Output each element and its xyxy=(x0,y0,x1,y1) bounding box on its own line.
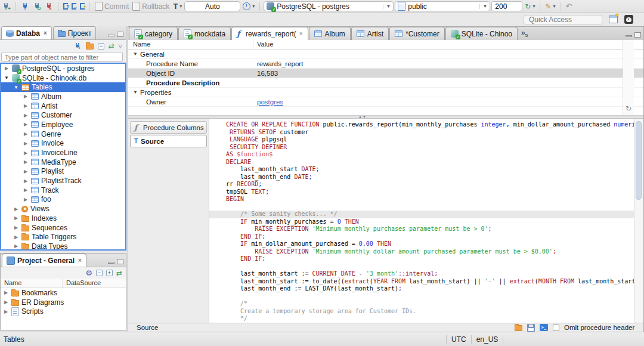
column-value[interactable]: Value xyxy=(253,40,273,49)
sql-editor-button[interactable]: T xyxy=(62,1,69,13)
save-icon[interactable] xyxy=(527,324,535,332)
tree-item-foo[interactable]: ▶foo xyxy=(1,195,125,205)
chevron-right-icon[interactable]: ▶ xyxy=(23,197,29,202)
tree-item-sqlite[interactable]: ▼✓SQLite - Chinook.db xyxy=(1,73,125,83)
close-icon[interactable]: × xyxy=(44,30,47,36)
property-row-object-id[interactable]: Object ID16,583 xyxy=(128,69,643,78)
object-filter-input[interactable] xyxy=(1,52,123,62)
minimize-button[interactable] xyxy=(108,35,114,36)
tab-category[interactable]: ✓category xyxy=(129,27,178,40)
tab-projects[interactable]: Проект xyxy=(53,26,97,39)
minimize-button[interactable] xyxy=(108,262,114,264)
commit-button[interactable]: Commit xyxy=(94,1,130,13)
chevron-right-icon[interactable]: ▶ xyxy=(23,159,29,165)
scrollbar-thumb[interactable] xyxy=(636,121,642,200)
tree-item-genre[interactable]: ▶Genre xyxy=(1,129,125,139)
new-folder-icon[interactable] xyxy=(86,44,94,50)
tree-item-postgresql[interactable]: ▶✓PostgreSQL - postgres xyxy=(1,64,125,73)
chevron-right-icon[interactable]: ▶ xyxy=(23,178,29,184)
tree-item-customer[interactable]: ▶Customer xyxy=(1,110,125,120)
tree-item-table-triggers[interactable]: ▶Table Triggers xyxy=(1,232,125,242)
tree-item-track[interactable]: ▶Track xyxy=(1,186,125,195)
chevron-right-icon[interactable]: ▶ xyxy=(23,187,29,193)
open-file-icon[interactable] xyxy=(515,325,522,331)
tree-item-bookmarks[interactable]: ▶Bookmarks xyxy=(1,288,126,298)
column-datasource[interactable]: DataSource xyxy=(63,279,101,288)
tree-item-employee[interactable]: ▶Employee xyxy=(1,120,125,129)
collapse-all-icon[interactable]: − xyxy=(98,43,104,50)
status-locale[interactable]: en_US xyxy=(476,335,499,344)
fetch-size-input[interactable] xyxy=(491,1,522,11)
chevron-down-icon[interactable]: ▼ xyxy=(133,51,138,57)
gear-icon[interactable]: ⚙ xyxy=(85,268,92,277)
tree-item-invoice[interactable]: ▶Invoice xyxy=(1,139,125,149)
chevron-right-icon[interactable]: ▶ xyxy=(13,206,19,212)
owner-link[interactable]: postgres xyxy=(257,98,283,106)
property-row-general[interactable]: ▼General xyxy=(128,50,643,59)
tree-item-mediatype[interactable]: ▶MediaType xyxy=(1,157,125,167)
column-name[interactable]: Name xyxy=(1,279,63,288)
chevron-right-icon[interactable]: ▶ xyxy=(3,309,9,314)
tree-item-playlist[interactable]: ▶Playlist xyxy=(1,167,125,177)
close-icon[interactable]: × xyxy=(78,257,82,264)
database-perspective-button[interactable]: ★ xyxy=(609,15,618,23)
tab-artist[interactable]: Artist xyxy=(351,27,389,40)
transaction-log-button[interactable]: T ▾ xyxy=(172,1,183,13)
source-scrollbar[interactable] xyxy=(634,119,643,323)
sql-source-editor[interactable]: CREATE OR REPLACE FUNCTION public.reward… xyxy=(209,119,634,323)
minimize-button[interactable] xyxy=(626,35,632,37)
tab-rewards-report[interactable]: ƒrewards_report(× xyxy=(231,27,308,40)
compare-pen-button[interactable]: ✎ ▾ xyxy=(544,1,556,13)
tree-item-er-diagrams[interactable]: ▶ER Diagrams xyxy=(1,298,126,307)
tree-item-data-types[interactable]: ▶Data Types xyxy=(1,242,125,251)
footer-source-tab[interactable]: Source xyxy=(128,324,158,331)
chevron-right-icon[interactable]: ▶ xyxy=(13,215,19,221)
tab-database-navigator[interactable]: Databa × xyxy=(1,26,52,39)
view-menu-icon[interactable]: ▽ xyxy=(119,44,122,49)
chevron-right-icon[interactable]: ▶ xyxy=(23,103,29,109)
link-with-editor-icon[interactable]: ⇄ xyxy=(116,269,122,277)
chevron-right-icon[interactable]: ▶ xyxy=(3,299,9,305)
connect-button[interactable] xyxy=(20,1,30,13)
close-icon[interactable]: × xyxy=(299,30,303,37)
chevron-down-icon[interactable]: ▼ xyxy=(4,75,10,81)
disconnect-button[interactable]: × xyxy=(44,1,54,13)
link-with-editor-icon[interactable]: ⇄ xyxy=(109,42,114,50)
new-connection-icon[interactable]: + xyxy=(73,42,82,50)
maximize-button[interactable] xyxy=(117,259,123,264)
chevron-right-icon[interactable]: ▶ xyxy=(23,94,29,99)
property-row-owner[interactable]: Ownerpostgres xyxy=(128,97,643,107)
tree-item-sequences[interactable]: ▶Sequences xyxy=(1,223,125,233)
tree-item-indexes[interactable]: ▶Indexes xyxy=(1,214,125,223)
property-row-properties[interactable]: ▼Properties xyxy=(128,88,643,97)
property-row-procedure-description[interactable]: Procedure Description xyxy=(128,78,643,88)
console-icon[interactable]: >_ xyxy=(540,324,548,331)
connection-combo[interactable]: ✓ PostgreSQL - postgres ▼ xyxy=(264,1,394,11)
tree-item-scripts[interactable]: ▶Scripts xyxy=(1,307,126,316)
tab-mockdata[interactable]: ✓mockdata xyxy=(178,27,231,40)
chevron-right-icon[interactable]: ▶ xyxy=(3,290,9,295)
transaction-history-button[interactable]: ▾ xyxy=(242,1,256,13)
reconnect-button[interactable]: ↻ xyxy=(32,1,42,13)
tab-overflow-button[interactable]: »5 xyxy=(518,29,530,40)
collapse-all-icon[interactable]: − xyxy=(96,270,103,276)
chevron-right-icon[interactable]: ▶ xyxy=(23,141,29,146)
omit-header-checkbox[interactable] xyxy=(553,325,559,331)
tree-item-views[interactable]: ▶Views xyxy=(1,204,125,214)
chevron-right-icon[interactable]: ▶ xyxy=(23,113,29,118)
sql-editor-open-button[interactable]: → xyxy=(70,1,78,13)
tab-sqlite-chinook[interactable]: ✓SQLite - Chinoo xyxy=(445,27,518,40)
chevron-right-icon[interactable]: ▶ xyxy=(23,150,29,156)
chevron-right-icon[interactable]: ▶ xyxy=(23,169,29,174)
chevron-right-icon[interactable]: ▶ xyxy=(13,234,19,240)
tree-item-playlisttrack[interactable]: ▶PlaylistTrack xyxy=(1,176,125,186)
chevron-right-icon[interactable]: ▶ xyxy=(4,66,10,71)
chevron-down-icon[interactable]: ▼ xyxy=(133,89,138,95)
rollback-button[interactable]: Rollback xyxy=(131,1,171,13)
tree-item-artist[interactable]: ▶Artist xyxy=(1,101,125,111)
property-row-procedure-name[interactable]: Procedure Namerewards_report xyxy=(128,59,643,69)
expand-all-icon[interactable]: + xyxy=(106,270,113,276)
tree-item-album[interactable]: ▶Album xyxy=(1,92,125,101)
sql-editor-new-button[interactable]: + xyxy=(79,1,86,13)
quick-access-input[interactable] xyxy=(524,15,602,24)
